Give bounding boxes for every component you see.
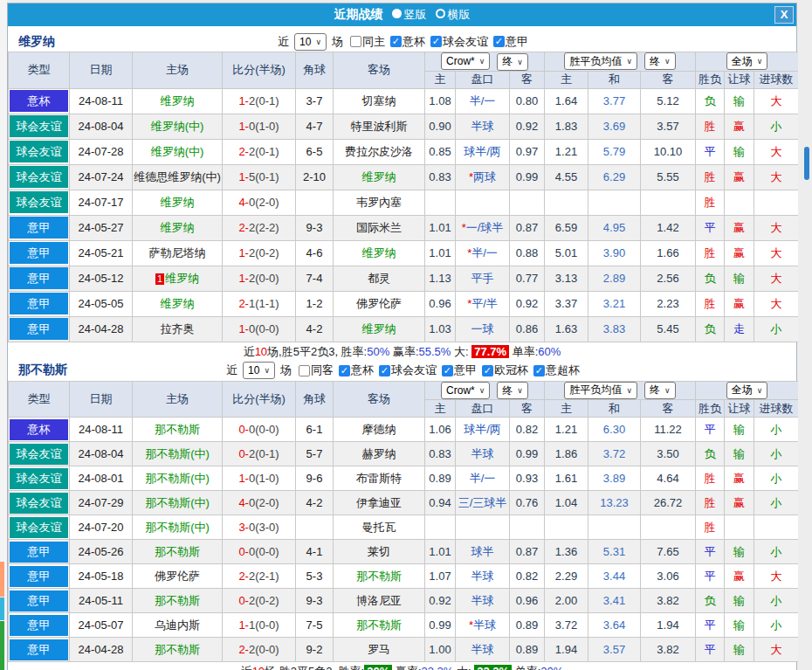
score-home: 3- bbox=[238, 521, 249, 534]
scrollbar-thumb[interactable] bbox=[804, 147, 809, 180]
matches-table: 类型日期主场比分(半场)角球客场Crow*∨终∨胜平负均值∨终∨全场∨主盘口客主… bbox=[8, 381, 799, 663]
same-venue-checkbox-label: 同客 bbox=[311, 363, 334, 378]
recent-count-select[interactable]: 10∨ bbox=[294, 33, 327, 51]
view-option-label[interactable]: 竖版 bbox=[404, 8, 427, 21]
league-checkbox-2[interactable]: ✓意甲 bbox=[493, 34, 528, 50]
wdl-result: 胜 bbox=[696, 240, 725, 266]
wdl-result: 平 bbox=[696, 215, 725, 240]
league-checkbox-2[interactable]: ✓意甲 bbox=[442, 363, 477, 378]
handicap-cell: *平/半 bbox=[456, 291, 510, 316]
avg-stage-select[interactable]: 终∨ bbox=[644, 52, 676, 70]
sub-column-header: 主 bbox=[545, 71, 588, 88]
league-checkbox-1-label: 球会友谊 bbox=[443, 34, 488, 50]
avg-home: 2.29 bbox=[545, 564, 588, 589]
league-checkbox-1[interactable]: ✓球会友谊 bbox=[379, 363, 437, 378]
same-venue-checkbox[interactable]: 同客 bbox=[299, 363, 334, 378]
handicap-result bbox=[725, 190, 754, 215]
background-fragment bbox=[0, 562, 4, 597]
avg-type-select[interactable]: 胜平负均值∨ bbox=[564, 52, 637, 70]
home-team: 那不勒斯 bbox=[133, 638, 223, 662]
home-odds: 0.83 bbox=[425, 442, 456, 466]
score: 1-0(0-0) bbox=[223, 316, 296, 342]
score-home: 2- bbox=[238, 145, 249, 158]
score-home: 1- bbox=[238, 322, 249, 335]
handicap-result: 赢 bbox=[725, 466, 754, 491]
checkbox-unchecked-icon bbox=[350, 36, 361, 47]
match-type-badge: 球会友谊 bbox=[10, 468, 68, 489]
handicap: 两球 bbox=[473, 170, 496, 183]
odds-company-select[interactable]: Crow*∨ bbox=[441, 52, 490, 70]
league-checkbox-1[interactable]: ✓球会友谊 bbox=[430, 34, 488, 50]
match-type-cell: 球会友谊 bbox=[9, 164, 70, 190]
checkbox-checked-icon: ✓ bbox=[339, 365, 350, 376]
odds-stage-select[interactable]: 终∨ bbox=[497, 53, 528, 71]
league-checkbox-0[interactable]: ✓意杯 bbox=[390, 34, 425, 50]
sub-column-header: 主 bbox=[425, 400, 456, 418]
league-checkbox-3[interactable]: ✓欧冠杯 bbox=[482, 363, 528, 378]
away-odds: 0.89 bbox=[510, 638, 545, 662]
home-team: 维罗纳 bbox=[133, 215, 223, 240]
match-type-cell: 意甲 bbox=[9, 589, 70, 613]
wdl-result: 平 bbox=[696, 418, 725, 442]
table-row: 球会友谊24-07-17维罗纳4-0(2-0)韦罗內塞胜 bbox=[9, 190, 799, 215]
close-button[interactable]: X bbox=[774, 6, 794, 24]
home-odds: 0.89 bbox=[425, 466, 456, 491]
away-team: 切塞纳 bbox=[334, 88, 425, 114]
scrollbar-track[interactable] bbox=[798, 0, 812, 670]
table-row: 意甲24-04-28那不勒斯2-2(0-0)9-2罗马1.00半球0.891.9… bbox=[9, 638, 799, 662]
match-type-badge: 意甲 bbox=[10, 267, 68, 289]
wdl-result: 胜 bbox=[696, 515, 725, 540]
table-row: 球会友谊24-08-01那不勒斯(中)1-0(1-0)9-6布雷斯特0.89半/… bbox=[9, 466, 799, 491]
corners: 7-5 bbox=[296, 613, 334, 638]
avg-away: 2.56 bbox=[641, 266, 696, 291]
home-team-name: 那不勒斯(中) bbox=[145, 447, 210, 460]
avg-stage-select[interactable]: 终∨ bbox=[644, 382, 676, 399]
odds-stage-select[interactable]: 终∨ bbox=[497, 382, 528, 399]
titlebar: 近期战绩 竖版横版 X bbox=[8, 3, 796, 26]
away-team-name: 布雷斯特 bbox=[356, 472, 402, 485]
goals-result: 小 bbox=[754, 589, 799, 613]
away-team-name: 赫罗纳 bbox=[362, 447, 396, 460]
away-team-name: 维罗纳 bbox=[362, 170, 396, 183]
recent-count-select[interactable]: 10∨ bbox=[243, 362, 275, 379]
avg-home: 1.94 bbox=[545, 638, 588, 662]
home-odds: 0.92 bbox=[425, 589, 456, 613]
match-date: 24-07-20 bbox=[70, 515, 133, 540]
same-venue-checkbox[interactable]: 同主 bbox=[350, 34, 385, 50]
same-venue-checkbox-label: 同主 bbox=[362, 34, 385, 50]
home-odds: 0.99 bbox=[425, 613, 456, 638]
checkbox-checked-icon: ✓ bbox=[442, 365, 453, 376]
away-odds: 0.88 bbox=[510, 240, 545, 266]
home-team: 那不勒斯(中) bbox=[133, 466, 223, 491]
away-team-name: 摩德纳 bbox=[362, 423, 396, 436]
score: 0-0(0-0) bbox=[223, 418, 296, 442]
scope-select[interactable]: 全场∨ bbox=[726, 52, 768, 70]
wdl-result: 平 bbox=[696, 139, 725, 164]
avg-away: 5.55 bbox=[641, 164, 696, 190]
league-checkbox-0[interactable]: ✓意杯 bbox=[339, 363, 374, 378]
odds-company-select[interactable]: Crow*∨ bbox=[441, 382, 490, 399]
avg-draw: 3.64 bbox=[588, 613, 641, 638]
home-team: 维德思维罗纳(中) bbox=[133, 164, 223, 190]
view-option-label[interactable]: 横版 bbox=[448, 8, 471, 21]
match-type-badge: 球会友谊 bbox=[10, 141, 68, 162]
chevron-down-icon: ∨ bbox=[479, 57, 485, 66]
away-team: 赫罗纳 bbox=[334, 442, 425, 466]
chevron-down-icon: ∨ bbox=[664, 386, 671, 395]
corners: 1-2 bbox=[296, 291, 334, 316]
score-home: 1- bbox=[238, 170, 249, 183]
score: 2-2(2-2) bbox=[223, 215, 296, 240]
match-date: 24-08-11 bbox=[70, 418, 133, 442]
wdl-result: 负 bbox=[696, 589, 725, 613]
corners: 3-7 bbox=[296, 88, 334, 114]
home-team-name: 维罗纳 bbox=[161, 297, 195, 310]
radio-unselected-icon[interactable] bbox=[436, 9, 445, 18]
corners: 6-5 bbox=[296, 139, 334, 164]
radio-selected-icon[interactable] bbox=[392, 9, 402, 18]
summary-text: 赢率: bbox=[392, 665, 421, 670]
handicap-cell bbox=[456, 190, 510, 215]
scope-select[interactable]: 全场∨ bbox=[726, 382, 768, 399]
league-checkbox-4[interactable]: ✓意超杯 bbox=[533, 363, 580, 378]
avg-type-select[interactable]: 胜平负均值∨ bbox=[564, 382, 637, 399]
home-odds: 1.03 bbox=[425, 316, 456, 342]
